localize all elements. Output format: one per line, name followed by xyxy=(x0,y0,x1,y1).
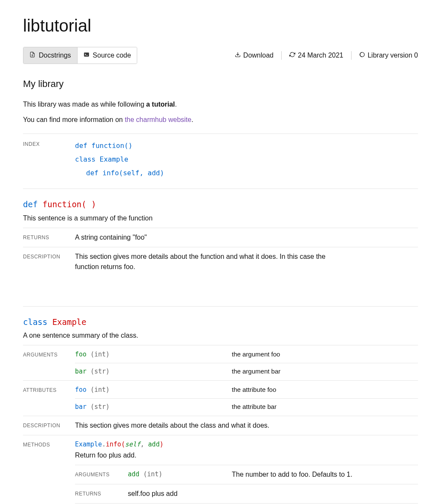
date-label: 24 March 2021 xyxy=(298,50,343,61)
function-name: function( ) xyxy=(43,200,96,209)
meta-group: Download 24 March 2021 Library version 0 xyxy=(235,50,418,61)
tab-docstrings[interactable]: Docstrings xyxy=(23,47,77,64)
tab-source-code[interactable]: Source code xyxy=(77,47,137,64)
function-heading: def function( ) xyxy=(23,198,418,211)
attr-foo-desc: the attribute foo xyxy=(232,385,418,395)
arguments-label: ARGUMENTS xyxy=(23,350,75,376)
terminal-icon xyxy=(84,50,89,61)
method-returns-value: self.foo plus add xyxy=(128,489,418,499)
attr-foo-name: foo xyxy=(75,386,86,394)
topbar: Docstrings Source code Download 24 March… xyxy=(23,47,418,64)
refresh-icon xyxy=(289,50,295,61)
version-label: Library version 0 xyxy=(368,50,418,61)
index-link-info[interactable]: def info(self, add) xyxy=(75,166,418,180)
method-arg-name: add xyxy=(128,470,139,478)
arg-foo-name: foo xyxy=(75,350,86,358)
library-subtitle: My library xyxy=(23,77,418,91)
class-description-value: This section gives more details about th… xyxy=(75,420,418,431)
intro-link-text: a tutorial xyxy=(146,101,175,108)
function-returns-row: RETURNS A string containing "foo" xyxy=(23,228,418,247)
function-returns-value: A string containing "foo" xyxy=(75,232,418,243)
arg-foo-row: foo (int) the argument foo xyxy=(75,350,418,363)
download-label: Download xyxy=(243,50,274,61)
method-arguments-row: ARGUMENTS add (int) The number to add to… xyxy=(75,465,418,484)
function-summary: This sentence is a summary of the functi… xyxy=(23,213,418,223)
index-link-example[interactable]: class Example xyxy=(75,153,418,166)
description-label: DESCRIPTION xyxy=(23,252,75,272)
def-keyword: def xyxy=(23,200,37,209)
class-section: class Example A one sentence summary of … xyxy=(23,306,418,504)
class-methods-row: METHODS Example.info(self, add) Return f… xyxy=(23,435,418,504)
arg-bar-name: bar xyxy=(75,368,86,375)
download-link[interactable]: Download xyxy=(235,50,274,61)
function-description-value: This section gives more details about th… xyxy=(75,252,339,272)
more-prefix: You can find more information on xyxy=(23,116,125,123)
download-icon xyxy=(235,50,241,61)
class-summary: A one sentence summary of the class. xyxy=(23,330,418,341)
method-signature: Example.info(self, add) xyxy=(75,440,418,449)
method-returns-row: RETURNS self.foo plus add xyxy=(75,484,418,503)
tab-docstrings-label: Docstrings xyxy=(39,50,71,61)
attr-bar-type: (str) xyxy=(90,403,110,411)
index-label: INDEX xyxy=(23,139,75,180)
more-info-paragraph: You can find more information on the cha… xyxy=(23,115,418,125)
file-icon xyxy=(29,50,35,61)
arg-foo-desc: the argument foo xyxy=(232,350,418,359)
returns-label: RETURNS xyxy=(75,489,128,499)
arg-bar-row: bar (str) the argument bar xyxy=(75,363,418,377)
class-name: Example xyxy=(52,317,86,327)
methods-label: METHODS xyxy=(23,440,75,504)
class-description-row: DESCRIPTION This section gives more deta… xyxy=(23,416,418,435)
attr-bar-row: bar (str) the attribute bar xyxy=(75,399,418,412)
page-title: libtutorial xyxy=(23,13,418,38)
intro-text: This library was made as while following xyxy=(23,101,146,108)
more-suffix: . xyxy=(191,116,193,123)
index-section: INDEX def function() class Example def i… xyxy=(23,133,418,180)
intro-paragraph: This library was made as while following… xyxy=(23,99,418,110)
description-label: DESCRIPTION xyxy=(23,420,75,431)
method-summary: Return foo plus add. xyxy=(75,450,418,461)
version-display: Library version 0 xyxy=(359,50,418,61)
arg-bar-type: (str) xyxy=(90,368,110,375)
class-heading: class Example xyxy=(23,316,418,328)
meta-separator xyxy=(351,51,352,60)
svg-rect-2 xyxy=(84,52,89,56)
version-icon xyxy=(359,50,365,61)
function-section: def function( ) This sentence is a summa… xyxy=(23,188,418,276)
meta-separator xyxy=(281,51,282,60)
returns-label: RETURNS xyxy=(23,232,75,243)
charmhub-link[interactable]: the charmhub website xyxy=(125,116,192,123)
arg-foo-type: (int) xyxy=(90,350,110,358)
method-info: Example.info(self, add) Return foo plus … xyxy=(75,440,418,461)
class-keyword: class xyxy=(23,317,47,327)
method-arg-desc: The number to add to foo. Defaults to 1. xyxy=(232,469,418,480)
method-arg-type: (int) xyxy=(143,470,162,478)
date-display: 24 March 2021 xyxy=(289,50,343,61)
attr-foo-row: foo (int) the attribute foo xyxy=(75,385,418,399)
tab-group: Docstrings Source code xyxy=(23,47,137,64)
attr-bar-name: bar xyxy=(75,403,86,411)
arguments-label: ARGUMENTS xyxy=(75,469,128,480)
attr-bar-desc: the attribute bar xyxy=(232,402,418,412)
intro-suffix: . xyxy=(175,101,177,108)
class-attributes-row: ATTRIBUTES foo (int) the attribute foo b… xyxy=(23,380,418,416)
tab-source-code-label: Source code xyxy=(93,50,131,61)
method-class-name: Example xyxy=(75,440,102,448)
attr-foo-type: (int) xyxy=(90,386,110,394)
class-arguments-row: ARGUMENTS foo (int) the argument foo bar… xyxy=(23,345,418,380)
method-arg-inline: add xyxy=(148,440,160,448)
arg-bar-desc: the argument bar xyxy=(232,367,418,377)
method-name: info xyxy=(106,440,121,448)
attributes-label: ATTRIBUTES xyxy=(23,385,75,411)
function-description-row: DESCRIPTION This section gives more deta… xyxy=(23,247,418,276)
index-link-function[interactable]: def function() xyxy=(75,139,418,153)
index-list: def function() class Example def info(se… xyxy=(75,139,418,180)
